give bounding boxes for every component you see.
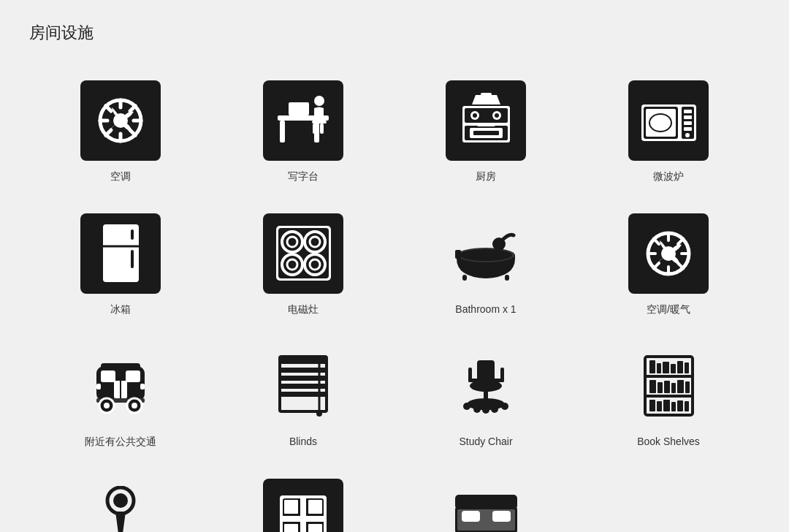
svg-point-75 xyxy=(316,411,322,417)
svg-rect-116 xyxy=(300,495,306,532)
svg-rect-119 xyxy=(284,524,298,532)
pinboard-icon-box xyxy=(80,479,161,532)
pinboard-icon xyxy=(94,486,148,532)
svg-rect-103 xyxy=(677,380,684,393)
kitchen-icon xyxy=(455,91,517,150)
svg-rect-22 xyxy=(477,123,495,126)
induction-icon xyxy=(272,222,335,284)
svg-point-18 xyxy=(495,113,499,118)
list-item: 空调/暖气 xyxy=(577,199,760,324)
kitchen-icon-box xyxy=(446,80,526,161)
svg-point-65 xyxy=(132,403,137,408)
svg-rect-99 xyxy=(649,380,656,393)
list-item: Pin Board xyxy=(29,464,212,532)
svg-rect-81 xyxy=(468,368,472,382)
svg-rect-66 xyxy=(96,384,101,390)
bookshelves-icon-box xyxy=(628,346,709,426)
hvac-label: 空调/暖气 xyxy=(647,303,690,317)
kitchen-label: 厨房 xyxy=(476,170,496,184)
microwave-icon-box xyxy=(628,80,709,161)
bus-icon-box xyxy=(80,346,161,426)
list-item: Study Chair xyxy=(394,331,577,457)
facilities-grid: 空调 写字台 xyxy=(29,66,760,532)
svg-rect-56 xyxy=(101,363,140,369)
svg-rect-36 xyxy=(131,250,134,268)
svg-point-86 xyxy=(473,406,481,413)
svg-rect-104 xyxy=(685,381,690,393)
blinds-label: Blinds xyxy=(289,435,317,449)
svg-rect-28 xyxy=(684,115,692,119)
svg-rect-30 xyxy=(684,127,692,131)
svg-rect-6 xyxy=(297,115,301,118)
svg-rect-77 xyxy=(477,360,495,382)
induction-label: 电磁灶 xyxy=(288,303,319,317)
list-item: Bathroom x 1 xyxy=(394,199,577,324)
bathroom-label: Bathroom x 1 xyxy=(455,303,516,317)
svg-rect-95 xyxy=(663,362,669,373)
svg-rect-35 xyxy=(131,229,134,240)
list-item: Blinds xyxy=(212,331,394,457)
desk-icon xyxy=(274,94,332,148)
page-title: 房间设施 xyxy=(29,22,760,44)
svg-rect-106 xyxy=(657,401,662,411)
svg-rect-78 xyxy=(484,382,488,391)
svg-rect-58 xyxy=(126,370,140,382)
bus-label: 附近有公共交通 xyxy=(85,435,156,449)
ac-label: 空调 xyxy=(110,170,131,184)
svg-rect-102 xyxy=(671,383,676,393)
svg-rect-69 xyxy=(280,357,327,364)
desk-label: 写字台 xyxy=(288,170,319,184)
ac-icon xyxy=(91,91,150,150)
list-item: Book Shelves xyxy=(577,331,760,457)
svg-rect-10 xyxy=(313,123,316,134)
microwave-label: 微波炉 xyxy=(653,170,684,184)
svg-point-8 xyxy=(314,96,324,106)
study-chair-label: Study Chair xyxy=(459,435,512,449)
induction-icon-box xyxy=(263,213,343,294)
list-item: 微波炉 xyxy=(577,66,760,191)
study-chair-icon-box xyxy=(446,346,526,426)
svg-rect-91 xyxy=(645,375,693,378)
svg-rect-108 xyxy=(671,402,676,411)
blinds-icon xyxy=(274,353,332,419)
svg-rect-82 xyxy=(500,368,504,382)
svg-rect-98 xyxy=(685,362,689,373)
svg-point-64 xyxy=(104,403,110,408)
svg-rect-125 xyxy=(492,511,511,522)
svg-rect-100 xyxy=(658,382,663,393)
svg-rect-27 xyxy=(684,110,692,113)
svg-rect-50 xyxy=(505,275,509,281)
list-item: King Single Bed xyxy=(394,464,577,532)
svg-rect-93 xyxy=(649,360,655,373)
desk-icon-box xyxy=(263,80,343,161)
svg-point-112 xyxy=(113,493,128,508)
hvac-icon xyxy=(639,224,698,283)
bed-icon xyxy=(451,491,521,532)
fridge-icon-box xyxy=(80,213,161,294)
bookshelves-icon xyxy=(638,353,700,419)
svg-point-16 xyxy=(473,113,477,118)
list-item: 电磁灶 xyxy=(212,199,394,324)
svg-rect-5 xyxy=(289,102,309,115)
hvac-icon-box xyxy=(628,213,709,294)
window-icon-box xyxy=(263,479,343,532)
svg-rect-29 xyxy=(684,121,692,125)
bathroom-icon xyxy=(449,222,522,284)
list-item: 空调 xyxy=(29,66,212,191)
svg-point-89 xyxy=(501,403,508,410)
bed-icon-box xyxy=(446,479,526,532)
bus-icon xyxy=(88,353,153,419)
svg-rect-51 xyxy=(455,250,461,259)
fridge-label: 冰箱 xyxy=(110,303,131,317)
study-chair-icon xyxy=(455,353,517,419)
svg-rect-117 xyxy=(284,500,298,514)
svg-rect-96 xyxy=(671,364,676,373)
svg-rect-109 xyxy=(677,400,683,411)
svg-rect-101 xyxy=(664,381,670,393)
list-item: 冰箱 xyxy=(29,199,212,324)
svg-rect-94 xyxy=(657,363,661,373)
svg-rect-118 xyxy=(308,500,322,514)
svg-rect-105 xyxy=(649,400,655,411)
svg-rect-12 xyxy=(481,93,492,96)
svg-point-85 xyxy=(463,403,470,410)
